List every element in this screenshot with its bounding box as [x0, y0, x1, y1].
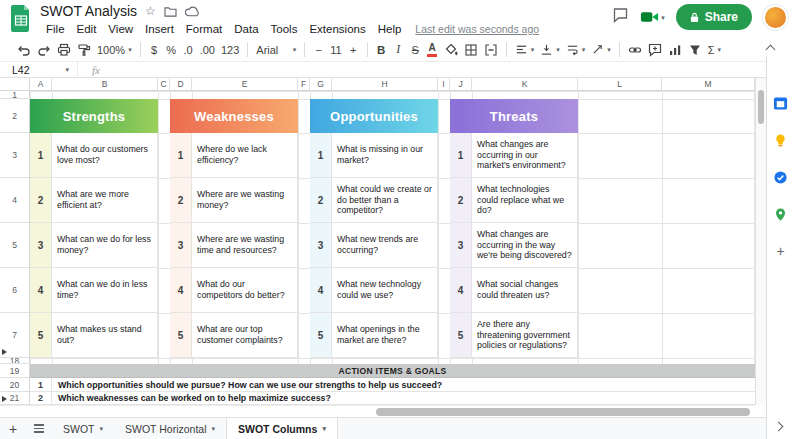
cell-question[interactable]: What are we more efficient at?	[52, 178, 158, 223]
cell-number[interactable]: 3	[450, 223, 472, 268]
more-formats-button[interactable]: 123	[218, 40, 242, 60]
insert-link-icon[interactable]	[625, 40, 645, 60]
cell-number[interactable]: 5	[450, 313, 472, 358]
cloud-status-icon[interactable]	[185, 6, 200, 17]
calendar-icon[interactable]	[773, 96, 788, 115]
redo-icon[interactable]	[34, 40, 54, 60]
row-header-2[interactable]: 2	[0, 99, 30, 133]
horizontal-align-select[interactable]: ▾	[512, 40, 538, 60]
font-size-increase-button[interactable]: +	[345, 40, 362, 60]
cell-question[interactable]: What can we do for less money?	[52, 223, 158, 268]
text-wrap-select[interactable]: ▾	[563, 40, 589, 60]
section-header-opportunities[interactable]: Opportunities	[310, 99, 438, 133]
insert-comment-icon[interactable]	[645, 40, 665, 60]
cell-question[interactable]: What changes are occurring in the way we…	[472, 223, 578, 268]
cell-number[interactable]: 2	[450, 178, 472, 223]
cell-question[interactable]: What technologies could replace what we …	[472, 178, 578, 223]
column-header-c[interactable]: C	[158, 78, 170, 91]
vertical-align-select[interactable]: ▾	[537, 40, 563, 60]
sheet-tab-swot[interactable]: SWOT▾	[52, 418, 114, 439]
hidden-rows-marker[interactable]	[2, 396, 7, 402]
tab-menu-caret-icon[interactable]: ▾	[100, 425, 104, 432]
cell-question[interactable]: What makes us stand out?	[52, 313, 158, 358]
row-header-20[interactable]: 20	[0, 378, 30, 392]
collapse-toolbar-icon[interactable]	[766, 45, 776, 55]
decrease-decimals-button[interactable]: .0	[180, 40, 197, 60]
menu-file[interactable]: File	[40, 22, 71, 36]
menu-help[interactable]: Help	[372, 22, 408, 36]
menu-edit[interactable]: Edit	[71, 22, 103, 36]
cell-number[interactable]: 4	[310, 268, 332, 313]
italic-button[interactable]: I	[390, 40, 407, 60]
menu-view[interactable]: View	[102, 22, 139, 36]
undo-icon[interactable]	[14, 40, 34, 60]
column-header-k[interactable]: K	[472, 78, 578, 91]
all-sheets-icon[interactable]	[26, 418, 52, 439]
sheets-logo-icon[interactable]	[11, 5, 31, 36]
sheet-tab-swot-horizontal[interactable]: SWOT Horizontal▾	[114, 418, 226, 439]
cell-number[interactable]: 2	[30, 392, 52, 405]
cell-number[interactable]: 1	[310, 133, 332, 178]
text-color-button[interactable]: A	[424, 40, 441, 60]
select-all-corner[interactable]	[0, 78, 30, 91]
cell-number[interactable]: 3	[170, 223, 192, 268]
last-edit-link[interactable]: Last edit was seconds ago	[415, 23, 539, 35]
name-box[interactable]: L42 ▾	[0, 62, 78, 77]
row-header-3[interactable]: 3	[0, 133, 30, 178]
vertical-scrollbar[interactable]	[755, 78, 766, 405]
column-header-j[interactable]: J	[450, 78, 472, 91]
tab-menu-caret-icon[interactable]: ▾	[212, 425, 216, 432]
font-family-select[interactable]: Arial▾	[253, 40, 299, 60]
format-currency-button[interactable]: $	[146, 40, 163, 60]
column-header-i[interactable]: I	[438, 78, 450, 91]
print-icon[interactable]	[54, 40, 74, 60]
document-title[interactable]: SWOT Analysis	[40, 3, 137, 19]
cell-number[interactable]: 4	[30, 268, 52, 313]
cell-number[interactable]: 1	[450, 133, 472, 178]
cell-number[interactable]: 1	[30, 133, 52, 178]
functions-select[interactable]: Σ▾	[705, 40, 724, 60]
star-icon[interactable]: ☆	[145, 5, 156, 17]
text-rotation-select[interactable]: ▾	[588, 40, 614, 60]
cell-question[interactable]: What new technology could we use?	[332, 268, 438, 313]
column-header-g[interactable]: G	[310, 78, 332, 91]
merge-cells-icon[interactable]	[481, 40, 501, 60]
horizontal-scrollbar[interactable]	[0, 405, 755, 417]
comment-history-icon[interactable]	[612, 7, 629, 27]
column-header-d[interactable]: D	[170, 78, 192, 91]
cell-number[interactable]: 5	[170, 313, 192, 358]
section-header-weaknesses[interactable]: Weaknesses	[170, 99, 298, 133]
row-header-19[interactable]: 19	[0, 364, 30, 378]
tab-menu-caret-icon[interactable]: ▾	[322, 425, 326, 432]
insert-chart-icon[interactable]	[665, 40, 685, 60]
cell-question[interactable]: Are there any threatening government pol…	[472, 313, 578, 358]
column-header-f[interactable]: F	[298, 78, 310, 91]
cell-question[interactable]: What are our top customer complaints?	[192, 313, 298, 358]
cell-number[interactable]: 2	[30, 178, 52, 223]
bold-button[interactable]: B	[373, 40, 390, 60]
font-size-decrease-button[interactable]: −	[310, 40, 327, 60]
action-item-text[interactable]: Which weaknesses can be worked on to hel…	[52, 392, 755, 405]
font-size-value[interactable]: 11	[327, 40, 344, 60]
row-header-1[interactable]: 1	[0, 91, 30, 99]
cell-number[interactable]: 3	[30, 223, 52, 268]
increase-decimals-button[interactable]: .00	[197, 40, 218, 60]
horizontal-scrollbar-thumb[interactable]	[376, 408, 750, 416]
column-header-h[interactable]: H	[332, 78, 438, 91]
cell-number[interactable]: 1	[30, 378, 52, 392]
cell-question[interactable]: What do our customers love most?	[52, 133, 158, 178]
cell-question[interactable]: What can we do in less time?	[52, 268, 158, 313]
format-percent-button[interactable]: %	[163, 40, 180, 60]
cell-question[interactable]: What could we create or do better than a…	[332, 178, 438, 223]
menu-tools[interactable]: Tools	[265, 22, 304, 36]
cell-number[interactable]: 2	[310, 178, 332, 223]
row-header-5[interactable]: 5	[0, 223, 30, 268]
menu-extensions[interactable]: Extensions	[303, 22, 371, 36]
create-filter-icon[interactable]	[685, 40, 705, 60]
sheet-tab-swot-columns[interactable]: SWOT Columns▾	[226, 418, 338, 439]
action-items-header[interactable]: ACTION ITEMS & GOALS	[30, 364, 755, 378]
add-sheet-icon[interactable]: +	[0, 418, 26, 439]
share-button[interactable]: Share	[676, 4, 752, 30]
menu-insert[interactable]: Insert	[139, 22, 180, 36]
cell-question[interactable]: Where are we wasting time and resources?	[192, 223, 298, 268]
